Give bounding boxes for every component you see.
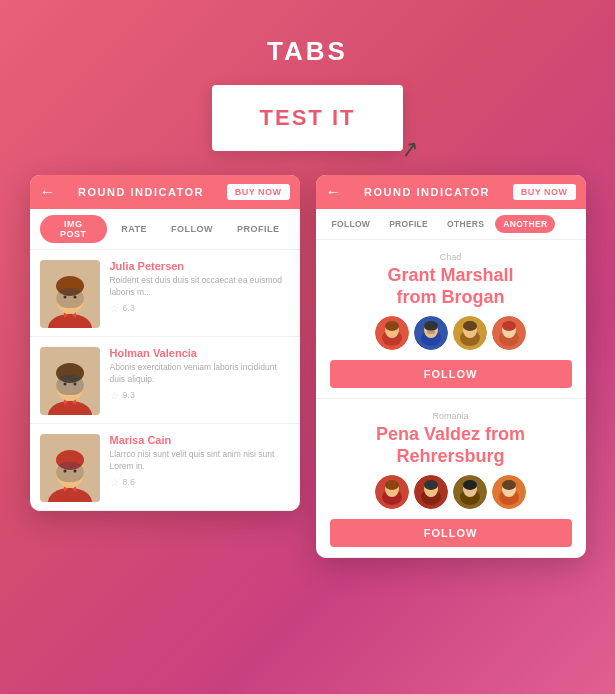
svg-point-54: [424, 480, 438, 490]
star-icon-2: ☆: [110, 390, 119, 401]
user-section-2: Romania Pena Valdez from Rehrersburg: [316, 399, 586, 558]
card2-tab-others[interactable]: OTHERS: [439, 215, 492, 233]
star-icon-1: ☆: [110, 303, 119, 314]
svg-point-18: [63, 383, 66, 386]
user1-follow-button[interactable]: FOLLOW: [330, 360, 572, 388]
svg-point-28: [63, 470, 66, 473]
user2-avatars: [330, 475, 572, 509]
profile-info-1: Julia Petersen Roident est duis duis sit…: [110, 260, 290, 314]
rating-value-1: 6.3: [123, 303, 136, 313]
user1-avatar-4: [492, 316, 526, 350]
user1-name: Grant Marshall from Brogan: [330, 265, 572, 308]
cursor-icon: ↗: [399, 136, 421, 165]
card2-back-arrow[interactable]: ←: [326, 183, 342, 201]
user1-country: Chad: [330, 252, 572, 262]
user2-avatar-4: [492, 475, 526, 509]
profile-desc-1: Roident est duis duis sit occaecat ea eu…: [110, 275, 290, 299]
card1-tab-follow[interactable]: FOLLOW: [161, 220, 223, 238]
profile-rating-2: ☆ 9.3: [110, 390, 290, 401]
user2-avatar-3: [453, 475, 487, 509]
svg-rect-17: [56, 375, 84, 395]
phone-card-1: ← ROUND INDICATOR BUY NOW IMG POST RATE …: [30, 175, 300, 511]
test-it-wrapper: TEST IT ↗: [212, 85, 404, 151]
svg-point-8: [63, 296, 66, 299]
user1-avatar-1: [375, 316, 409, 350]
card1-tab-rate[interactable]: RATE: [111, 220, 157, 238]
profile-desc-3: Llarrco nisi sunt velit quis sint anim n…: [110, 449, 290, 473]
svg-point-46: [502, 321, 516, 331]
user1-avatar-3: [453, 316, 487, 350]
svg-point-58: [463, 480, 477, 490]
profile-info-3: Marisa Cain Llarrco nisi sunt velit quis…: [110, 434, 290, 488]
svg-point-62: [502, 480, 516, 490]
profile-item-3: Marisa Cain Llarrco nisi sunt velit quis…: [30, 424, 300, 511]
svg-point-9: [73, 296, 76, 299]
svg-rect-38: [427, 330, 435, 334]
card2-buy-button[interactable]: BUY NOW: [513, 184, 576, 200]
card1-buy-button[interactable]: BUY NOW: [227, 184, 290, 200]
user2-country: Romania: [330, 411, 572, 421]
user1-avatars: [330, 316, 572, 350]
card2-tab-follow[interactable]: FOLLOW: [324, 215, 379, 233]
rating-value-3: 8.6: [123, 477, 136, 487]
card2-tabs-row: FOLLOW PROFILE OTHERS ANOTHER: [316, 209, 586, 240]
profile-item-2: Holman Valencia Abonis exercitation veni…: [30, 337, 300, 424]
svg-point-50: [385, 480, 399, 490]
user2-avatar-2: [414, 475, 448, 509]
profile-item-1: Julia Petersen Roident est duis duis sit…: [30, 250, 300, 337]
profile-rating-1: ☆ 6.3: [110, 303, 290, 314]
user1-avatar-2: [414, 316, 448, 350]
phone-card-2: ← ROUND INDICATOR BUY NOW FOLLOW PROFILE…: [316, 175, 586, 558]
svg-point-19: [73, 383, 76, 386]
svg-point-42: [463, 321, 477, 331]
svg-rect-27: [56, 462, 84, 482]
page-title: TABS: [267, 36, 348, 67]
avatar-holman: [40, 347, 100, 415]
card2-tab-another[interactable]: ANOTHER: [495, 215, 555, 233]
svg-point-29: [73, 470, 76, 473]
profile-name-2: Holman Valencia: [110, 347, 290, 359]
svg-point-37: [424, 321, 438, 331]
card2-title: ROUND INDICATOR: [350, 186, 505, 198]
profile-desc-2: Abonis exercitation veniam laboris incid…: [110, 362, 290, 386]
mockups-row: ← ROUND INDICATOR BUY NOW IMG POST RATE …: [10, 175, 606, 558]
card2-tab-profile[interactable]: PROFILE: [381, 215, 436, 233]
profile-info-2: Holman Valencia Abonis exercitation veni…: [110, 347, 290, 401]
user-section-1: Chad Grant Marshall from Brogan: [316, 240, 586, 399]
test-it-button[interactable]: TEST IT: [212, 85, 404, 151]
card1-tab-profile[interactable]: PROFILE: [227, 220, 290, 238]
avatar-marisa: [40, 434, 100, 502]
profile-rating-3: ☆ 8.6: [110, 477, 290, 488]
svg-point-33: [385, 321, 399, 331]
user2-avatar-1: [375, 475, 409, 509]
profile-name-3: Marisa Cain: [110, 434, 290, 446]
avatar-julia: [40, 260, 100, 328]
user2-follow-button[interactable]: FOLLOW: [330, 519, 572, 547]
profile-name-1: Julia Petersen: [110, 260, 290, 272]
svg-rect-7: [56, 288, 84, 308]
star-icon-3: ☆: [110, 477, 119, 488]
card1-tabs-row: IMG POST RATE FOLLOW PROFILE: [30, 209, 300, 250]
card1-tab-imgpost[interactable]: IMG POST: [40, 215, 108, 243]
card1-back-arrow[interactable]: ←: [40, 183, 56, 201]
card1-topbar: ← ROUND INDICATOR BUY NOW: [30, 175, 300, 209]
user2-name: Pena Valdez from Rehrersburg: [330, 424, 572, 467]
card2-topbar: ← ROUND INDICATOR BUY NOW: [316, 175, 586, 209]
card1-title: ROUND INDICATOR: [64, 186, 219, 198]
rating-value-2: 9.3: [123, 390, 136, 400]
